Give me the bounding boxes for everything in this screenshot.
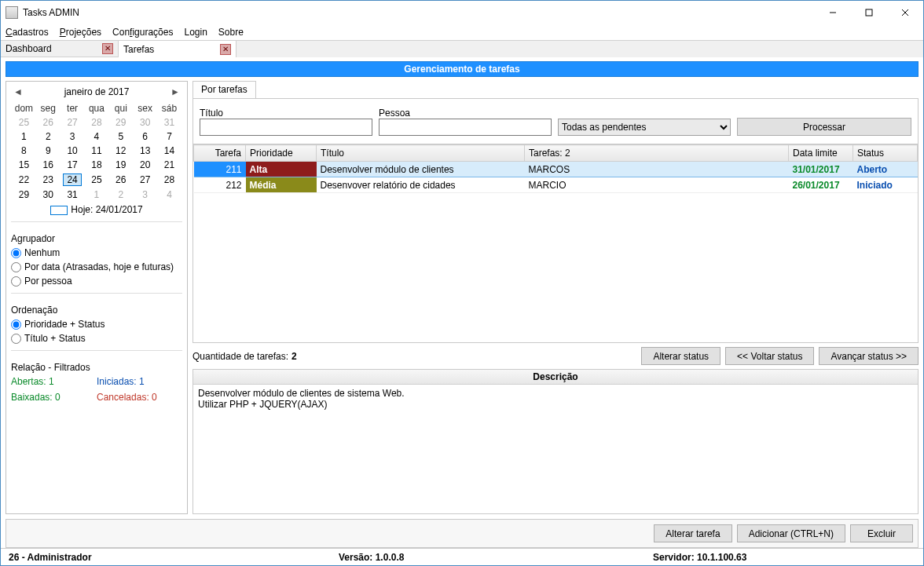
menubar: CCadastrosadastros Projeções Configuraçõ… [1,24,923,40]
tab-dashboard-close-icon[interactable]: ✕ [102,43,113,54]
cell-titulo: Desenvover relatório de cidades [317,177,525,193]
calendar-day[interactable]: 14 [158,144,181,157]
calendar-day[interactable]: 31 [158,116,181,129]
titlebar: Tasks ADMIN [1,1,923,24]
calendar-day[interactable]: 1 [86,188,108,201]
filter-status-select[interactable]: Todas as pendentes [558,119,731,136]
col-status[interactable]: Status [853,145,918,162]
calendar-day[interactable]: 31 [61,188,84,201]
calendar-day[interactable]: 26 [109,173,132,187]
col-tarefas[interactable]: Tarefas: 2 [525,145,789,162]
calendar-day[interactable]: 19 [109,159,132,171]
col-titulo[interactable]: Título [317,145,525,162]
calendar-day[interactable]: 9 [37,144,60,157]
processar-button[interactable]: Processar [737,118,911,136]
avancar-status-button[interactable]: Avançar status >> [819,347,918,365]
minimize-button[interactable] [815,1,851,24]
calendar-day[interactable]: 21 [158,159,181,171]
calendar-day[interactable]: 27 [61,116,84,129]
calendar-day[interactable]: 4 [158,188,181,201]
radio-titulo-input[interactable] [11,334,21,344]
calendar-dow: ter [61,102,84,115]
subtab-por-tarefas[interactable]: Por tarefas [192,81,256,98]
menu-cadastros[interactable]: CCadastrosadastros [6,27,49,38]
calendar-day[interactable]: 7 [158,130,181,143]
radio-prio[interactable]: Prioridade + Status [11,319,182,330]
tab-dashboard[interactable]: Dashboard ✕ [1,41,119,57]
radio-pordata-input[interactable] [11,262,21,272]
calendar-day[interactable]: 24 [61,173,84,187]
calendar-day[interactable]: 5 [109,130,132,143]
calendar-day[interactable]: 17 [61,159,84,171]
menu-configuracoes[interactable]: Configurações [112,27,173,38]
voltar-status-button[interactable]: << Voltar status [725,347,814,365]
calendar-day[interactable]: 2 [37,130,60,143]
calendar-next-icon[interactable]: ► [170,86,181,97]
calendar-day[interactable]: 29 [109,116,132,129]
adicionar-button[interactable]: Adicionar (CTRL+N) [737,524,845,542]
calendar-day[interactable]: 1 [13,130,35,143]
radio-nenhum[interactable]: Nenhum [11,247,182,258]
filter-titulo-label: Título [200,108,372,119]
stat-baixadas: Baixadas: 0 [11,392,97,403]
calendar-day[interactable]: 27 [134,173,156,187]
calendar-day[interactable]: 6 [134,130,156,143]
menu-login[interactable]: Login [184,27,207,38]
radio-titulo[interactable]: Título + Status [11,333,182,344]
calendar-day[interactable]: 10 [61,144,84,157]
calendar-day[interactable]: 28 [86,116,108,129]
col-prioridade[interactable]: Prioridade [246,145,317,162]
body: ◄ janeiro de 2017 ► domsegterquaquisexsá… [1,81,923,519]
radio-pordata[interactable]: Por data (Atrasadas, hoje e futuras) [11,261,182,272]
col-tarefa[interactable]: Tarefa [194,145,246,162]
tab-tarefas-close-icon[interactable]: ✕ [220,44,231,55]
calendar-day[interactable]: 12 [109,144,132,157]
calendar-dow: sex [134,102,156,115]
calendar-day[interactable]: 16 [37,159,60,171]
close-button[interactable] [887,1,923,24]
table-row[interactable]: 211AltaDesenvolver módulo de clientesMAR… [194,162,918,177]
calendar-day[interactable]: 20 [134,159,156,171]
alterar-tarefa-button[interactable]: Alterar tarefa [654,524,732,542]
calendar-day[interactable]: 28 [158,173,181,187]
app-window: Tasks ADMIN CCadastrosadastros Projeções… [0,0,924,566]
calendar-grid[interactable]: domsegterquaquisexsáb 252627282930311234… [11,100,182,203]
calendar-today[interactable]: Hoje: 24/01/2017 [11,204,182,215]
maximize-button[interactable] [851,1,887,24]
calendar-day[interactable]: 30 [37,188,60,201]
calendar-day[interactable]: 26 [37,116,60,129]
filter-titulo-input[interactable] [200,119,372,136]
calendar-day[interactable]: 13 [134,144,156,157]
calendar-prev-icon[interactable]: ◄ [13,86,24,97]
ordenacao-label: Ordenação [11,305,182,316]
calendar-day[interactable]: 3 [61,130,84,143]
radio-porpessoa-input[interactable] [11,276,21,287]
task-grid[interactable]: Tarefa Prioridade Título Tarefas: 2 Data… [193,144,918,193]
filter-pessoa-input[interactable] [379,119,552,136]
calendar-day[interactable]: 23 [37,173,60,187]
calendar-day[interactable]: 4 [86,130,108,143]
menu-sobre[interactable]: Sobre [218,27,244,38]
calendar-day[interactable]: 29 [13,188,35,201]
col-datalimite[interactable]: Data limite [789,145,853,162]
excluir-button[interactable]: Excluir [850,524,913,542]
calendar-day[interactable]: 25 [86,173,108,187]
calendar-day[interactable]: 25 [13,116,35,129]
radio-prio-input[interactable] [11,320,21,330]
calendar-day[interactable]: 11 [86,144,108,157]
radio-porpessoa[interactable]: Por pessoa [11,276,182,287]
calendar-day[interactable]: 2 [109,188,132,201]
calendar-day[interactable]: 8 [13,144,35,157]
table-row[interactable]: 212MédiaDesenvover relatório de cidadesM… [194,177,918,193]
calendar-day[interactable]: 30 [134,116,156,129]
cell-pessoa: MARCIO [525,177,789,193]
qty-value: 2 [292,351,297,362]
alterar-status-button[interactable]: Alterar status [641,347,720,365]
calendar-day[interactable]: 18 [86,159,108,171]
calendar-day[interactable]: 22 [13,173,35,187]
tab-tarefas[interactable]: Tarefas ✕ [119,41,236,57]
radio-nenhum-input[interactable] [11,248,21,258]
menu-projecoes[interactable]: Projeções [60,27,101,38]
calendar-day[interactable]: 15 [13,159,35,171]
calendar-day[interactable]: 3 [134,188,156,201]
